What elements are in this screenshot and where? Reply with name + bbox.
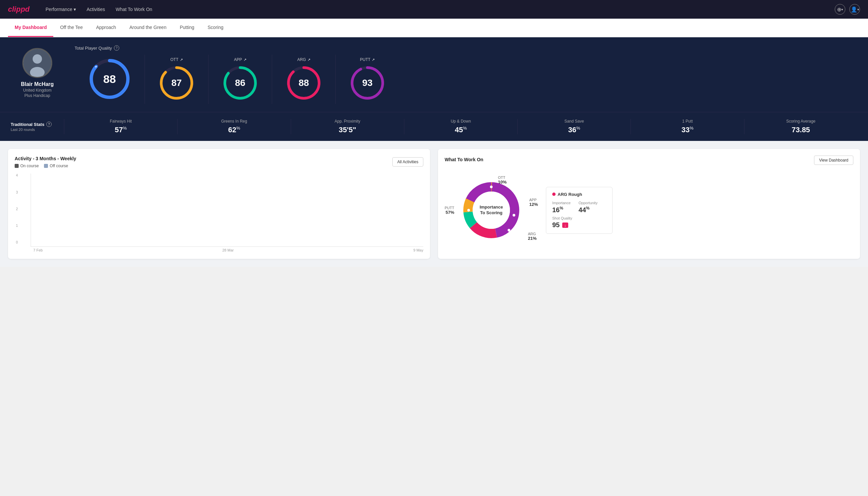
plus-icon: ⊕ (837, 6, 841, 13)
ott-trend-icon: ↗ (180, 58, 183, 62)
trad-help-icon[interactable]: ? (46, 122, 52, 127)
tpq-help-icon[interactable]: ? (114, 45, 119, 51)
tab-my-dashboard[interactable]: My Dashboard (8, 19, 53, 37)
chart-x-labels: 7 Feb 28 Mar 9 May (33, 248, 423, 252)
activity-panel-left: Activity - 3 Months - Weekly On course O… (15, 156, 76, 168)
svg-point-1 (33, 54, 42, 64)
score-card-ott: OTT ↗ 87 (145, 55, 208, 104)
putt-score-value: 93 (362, 78, 373, 88)
chart-y-labels: 4 3 2 1 0 (16, 173, 18, 244)
bar-group (393, 238, 423, 238)
arg-label: ARG ↗ (297, 57, 310, 62)
svg-point-21 (490, 186, 493, 188)
player-info: Blair McHarg United Kingdom Plus Handica… (11, 45, 64, 98)
scores-section: Total Player Quality ? 88 (75, 45, 857, 104)
what-panel-title: What To Work On (445, 157, 483, 162)
add-button[interactable]: ⊕ ▾ (835, 4, 845, 15)
svg-text:To Scoring: To Scoring (480, 210, 503, 215)
putt-label: PUTT ↗ (360, 57, 375, 62)
score-card-putt: PUTT ↗ 93 (336, 55, 399, 104)
svg-text:Importance: Importance (480, 204, 503, 210)
putt-trend-icon: ↗ (372, 58, 375, 62)
app-logo: clippd (8, 5, 30, 14)
tab-around-the-green[interactable]: Around the Green (123, 19, 173, 37)
tab-off-the-tee[interactable]: Off the Tee (53, 19, 89, 37)
tpq-main-score: 88 (75, 55, 145, 104)
nav-performance[interactable]: Performance ▾ (46, 7, 76, 12)
chevron-down-icon: ▾ (74, 7, 76, 12)
stat-fairways-hit: Fairways Hit 57% (64, 119, 177, 134)
stat-app-proximity: App. Proximity 35'5" (291, 119, 404, 134)
tab-putting[interactable]: Putting (173, 19, 201, 37)
score-card-arg: ARG ↗ 88 (272, 55, 336, 104)
svg-point-24 (467, 209, 470, 212)
on-course-dot (15, 164, 19, 168)
stat-greens-in-reg: Greens In Reg 62% (177, 119, 290, 134)
ott-score-value: 87 (171, 78, 182, 88)
all-activities-button[interactable]: All Activities (392, 157, 423, 167)
trad-stats-subtitle: Last 20 rounds (11, 128, 64, 131)
svg-point-23 (508, 229, 510, 232)
ott-circle: 87 (158, 65, 195, 101)
info-metrics: Importance 16% Opportunity 44% (552, 201, 606, 214)
nav-activities[interactable]: Activities (86, 7, 105, 12)
avatar (22, 48, 52, 78)
view-dashboard-button[interactable]: View Dashboard (814, 156, 853, 165)
shot-quality-row: Shot Quality 95 ↓ (552, 216, 606, 229)
tpq-circle: 88 (88, 57, 131, 100)
activity-panel: Activity - 3 Months - Weekly On course O… (8, 149, 430, 259)
donut-wrapper: PUTT 57% OTT 10% APP 12% ARG (445, 170, 538, 250)
legend-off-course: Off course (44, 164, 68, 168)
chevron-down-icon: ▾ (841, 7, 843, 11)
opportunity-metric: Opportunity 44% (579, 201, 598, 214)
tpq-label: Total Player Quality ? (75, 45, 857, 51)
chart-container: 4 3 2 1 0 7 Feb 28 Mar 9 May (23, 173, 423, 252)
arg-rough-info-card: ARG Rough Importance 16% Opportunity 44% (546, 187, 613, 234)
traditional-stats: Traditional Stats ? Last 20 rounds Fairw… (0, 112, 868, 141)
hero-section: Blair McHarg United Kingdom Plus Handica… (0, 37, 868, 112)
app-label: APP ↗ (234, 57, 246, 62)
player-country: United Kingdom (23, 88, 51, 93)
tab-bar: My Dashboard Off the Tee Approach Around… (0, 19, 868, 37)
app-score-value: 86 (235, 78, 245, 88)
chevron-down-icon: ▾ (857, 7, 859, 11)
legend-on-course: On course (15, 164, 38, 168)
putt-circle: 93 (349, 65, 386, 101)
stat-scoring-avg: Scoring Average 73.85 (744, 119, 857, 134)
donut-section: PUTT 57% OTT 10% APP 12% ARG (445, 170, 853, 250)
red-dot-icon (552, 192, 556, 196)
ott-label: OTT ↗ (171, 57, 183, 62)
chart-bars (31, 173, 423, 247)
stat-up-down: Up & Down 45% (404, 119, 517, 134)
tab-approach[interactable]: Approach (89, 19, 123, 37)
score-card-app: APP ↗ 86 (208, 55, 272, 104)
bar-group (360, 238, 391, 238)
activity-panel-header: Activity - 3 Months - Weekly On course O… (15, 156, 423, 168)
arg-circle: 88 (285, 65, 322, 101)
player-handicap: Plus Handicap (24, 93, 50, 98)
trad-stats-label: Traditional Stats ? Last 20 rounds (11, 122, 64, 131)
putt-donut-label: PUTT 57% (445, 206, 454, 215)
info-card-title: ARG Rough (552, 192, 606, 197)
tab-scoring[interactable]: Scoring (201, 19, 230, 37)
importance-metric: Importance 16% (552, 201, 571, 214)
player-name: Blair McHarg (21, 81, 54, 87)
user-icon: 👤 (851, 6, 857, 13)
bottom-panels: Activity - 3 Months - Weekly On course O… (0, 141, 868, 267)
tpq-score-value: 88 (103, 73, 116, 86)
what-panel-header: What To Work On View Dashboard (445, 156, 853, 165)
user-menu-button[interactable]: 👤 ▾ (849, 4, 860, 15)
off-course-dot (44, 164, 48, 168)
stat-1-putt: 1 Putt 33% (631, 119, 744, 134)
chart-legend: On course Off course (15, 164, 76, 168)
what-to-work-on-panel: What To Work On View Dashboard PUTT 57% … (438, 149, 860, 259)
app-trend-icon: ↗ (243, 58, 247, 62)
svg-point-22 (512, 214, 515, 217)
activity-chart-title: Activity - 3 Months - Weekly (15, 156, 76, 161)
app-circle: 86 (222, 65, 258, 101)
app-donut-label: APP 12% (529, 198, 538, 207)
stat-sand-save: Sand Save 36% (517, 119, 631, 134)
top-nav: clippd Performance ▾ Activities What To … (0, 0, 868, 19)
nav-what-to-work-on[interactable]: What To Work On (115, 7, 152, 12)
donut-svg: Importance To Scoring (461, 180, 521, 240)
